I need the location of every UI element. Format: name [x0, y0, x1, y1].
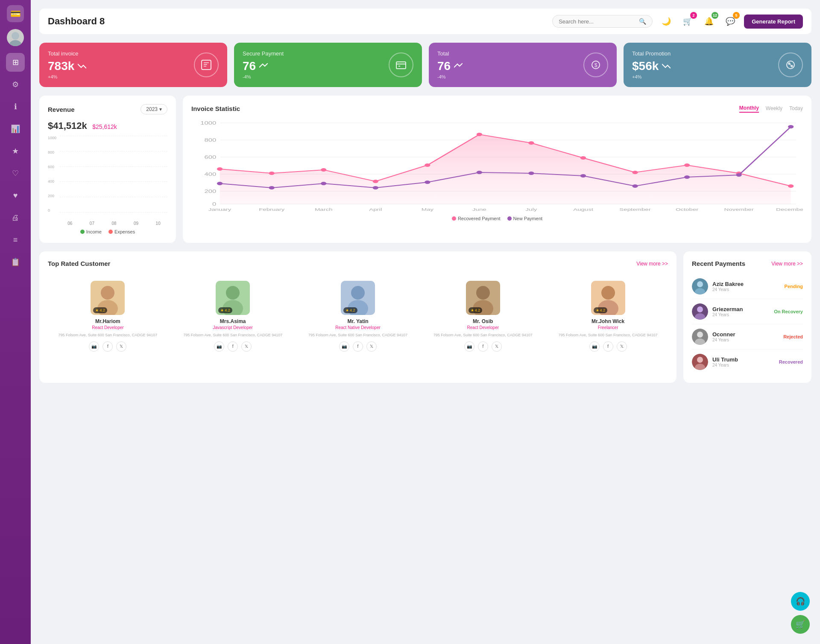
payment-name-1: Griezerman: [712, 306, 770, 312]
customer-name-4: Mr.John Wick: [553, 318, 663, 324]
sidebar-item-likes[interactable]: ♥: [6, 186, 25, 205]
tab-today[interactable]: Today: [789, 105, 803, 112]
recent-payments-card: Recent Payments View more >> Aziz Bakree…: [683, 251, 811, 383]
instagram-icon-4[interactable]: 📷: [589, 341, 600, 352]
svg-text:800: 800: [205, 138, 217, 143]
customer-address-4: 795 Folsom Ave, Suite 600 San Francisco,…: [553, 332, 663, 338]
payments-view-more[interactable]: View more >>: [771, 261, 803, 267]
facebook-icon-1[interactable]: f: [228, 341, 238, 352]
customer-cards-grid: ★4.2 Mr.Hariom React Developer 795 Folso…: [48, 274, 668, 358]
instagram-icon-0[interactable]: 📷: [89, 341, 99, 352]
twitter-icon-0[interactable]: 𝕏: [116, 341, 126, 352]
customer-socials-2: 📷 f 𝕏: [303, 341, 413, 352]
sidebar-item-dashboard[interactable]: ⊞: [6, 53, 25, 72]
svg-text:December: December: [776, 207, 803, 212]
svg-point-74: [476, 286, 490, 300]
sidebar-item-favorites[interactable]: ★: [6, 142, 25, 160]
svg-rect-6: [396, 62, 406, 69]
sidebar-item-info[interactable]: ℹ: [6, 97, 25, 116]
stat-label: Total invoice: [48, 50, 86, 57]
instagram-icon-1[interactable]: 📷: [214, 341, 224, 352]
cart-fab-button[interactable]: 🛒: [791, 615, 810, 634]
svg-text:January: January: [208, 207, 231, 212]
svg-point-89: [697, 357, 703, 363]
svg-marker-27: [220, 134, 791, 204]
wallet-icon: 💳: [10, 9, 21, 19]
bell-badge: 12: [712, 12, 718, 19]
search-input[interactable]: [559, 18, 636, 25]
svg-point-39: [788, 184, 794, 188]
svg-point-28: [217, 167, 223, 171]
customer-card-3: ★4.2 Mr. Osib React Developer 795 Folsom…: [423, 274, 543, 358]
svg-text:November: November: [724, 207, 754, 212]
sidebar-item-analytics[interactable]: 📊: [6, 119, 25, 138]
generate-report-button[interactable]: Generate Report: [744, 15, 803, 29]
payment-item-1: Griezerman 24 Years On Recovery: [692, 299, 803, 324]
twitter-icon-2[interactable]: 𝕏: [366, 341, 377, 352]
stat-card-promotion: Total Promotion $56k +4%: [624, 43, 811, 87]
customer-avatar-3: ★4.2: [466, 281, 500, 315]
twitter-icon-1[interactable]: 𝕏: [241, 341, 252, 352]
customer-rating-0: ★4.2: [93, 307, 107, 313]
sidebar-logo[interactable]: 💳: [7, 5, 24, 22]
search-box[interactable]: 🔍: [552, 15, 653, 28]
payment-info-1: Griezerman 24 Years: [712, 306, 770, 317]
user-avatar[interactable]: [7, 29, 24, 46]
facebook-icon-2[interactable]: f: [353, 341, 363, 352]
sidebar-item-settings[interactable]: ⚙: [6, 75, 25, 94]
customer-avatar-2: ★4.2: [341, 281, 375, 315]
info-icon: ℹ: [14, 102, 17, 111]
facebook-icon-0[interactable]: f: [102, 341, 113, 352]
payment-item-3: Uli Trumb 24 Years Recovered: [692, 350, 803, 374]
document-icon: 📋: [11, 257, 20, 267]
heart-outline-icon: ♡: [12, 169, 19, 178]
customers-view-more[interactable]: View more >>: [636, 261, 668, 267]
sidebar-item-wishlist[interactable]: ♡: [6, 164, 25, 183]
tab-monthly[interactable]: Monthly: [739, 104, 759, 113]
svg-text:400: 400: [205, 172, 217, 177]
year-selector[interactable]: 2023 ▾: [141, 104, 167, 114]
chat-badge: 5: [733, 12, 740, 19]
stat-change: +4%: [48, 74, 86, 79]
instagram-icon-2[interactable]: 📷: [339, 341, 349, 352]
search-icon: 🔍: [639, 18, 646, 25]
gear-icon: ⚙: [12, 80, 19, 89]
facebook-icon-4[interactable]: f: [603, 341, 613, 352]
invoice-title: Invoice Statistic: [191, 105, 240, 112]
stat-change: +4%: [632, 74, 671, 79]
instagram-icon-3[interactable]: 📷: [464, 341, 474, 352]
dark-mode-toggle[interactable]: 🌙: [659, 14, 674, 29]
payment-age-0: 24 Years: [712, 287, 780, 292]
svg-point-34: [528, 141, 534, 145]
stat-label: Total: [437, 50, 463, 57]
tab-weekly[interactable]: Weekly: [766, 105, 782, 112]
svg-point-33: [477, 133, 482, 136]
customer-address-2: 795 Folsom Ave, Suite 600 San Francisco,…: [303, 332, 413, 338]
shopping-cart-icon: 🛒: [796, 620, 805, 629]
revenue-bar-chart: 10008006004002000: [48, 136, 167, 234]
cart-button[interactable]: 🛒 2: [680, 14, 695, 29]
notifications-button[interactable]: 🔔 12: [701, 14, 717, 29]
customer-role-2: React Native Developer: [303, 325, 413, 330]
new-payment-dot: [507, 216, 512, 221]
sidebar-item-print[interactable]: 🖨: [6, 208, 25, 227]
svg-text:$: $: [594, 62, 597, 68]
svg-point-45: [477, 171, 482, 174]
sidebar-item-menu[interactable]: ≡: [6, 230, 25, 249]
y-axis: 10008006004002000: [48, 136, 60, 213]
sidebar-item-docs[interactable]: 📋: [6, 253, 25, 271]
messages-button[interactable]: 💬 5: [723, 14, 738, 29]
page-title: Dashboard 8: [48, 16, 105, 27]
svg-text:March: March: [315, 207, 333, 212]
twitter-icon-3[interactable]: 𝕏: [492, 341, 502, 352]
payments-header: Recent Payments View more >>: [692, 260, 803, 267]
stat-icon: [778, 52, 803, 77]
svg-point-77: [601, 286, 615, 300]
support-fab-button[interactable]: 🎧: [791, 592, 810, 611]
payment-avatar-3: [692, 354, 708, 370]
facebook-icon-3[interactable]: f: [478, 341, 488, 352]
twitter-icon-4[interactable]: 𝕏: [617, 341, 627, 352]
customer-role-3: React Developer: [428, 325, 538, 330]
payments-title: Recent Payments: [692, 260, 745, 267]
stat-value: 76: [437, 59, 463, 73]
